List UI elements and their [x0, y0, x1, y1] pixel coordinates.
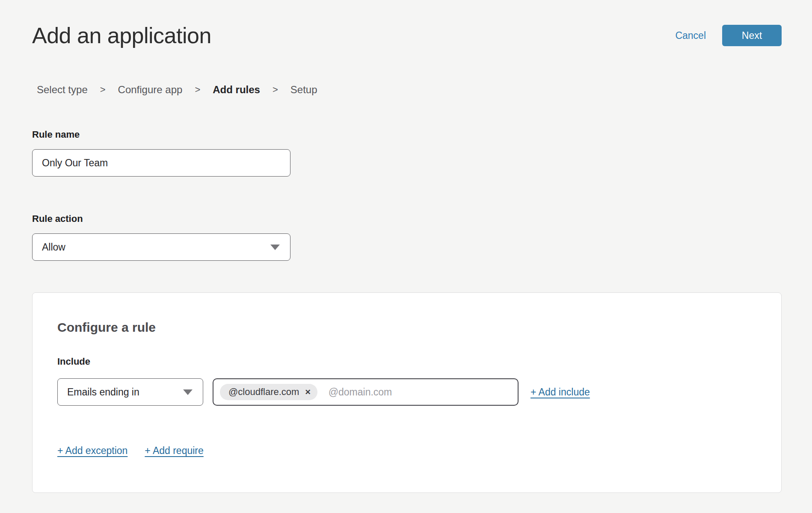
configure-rule-card: Configure a rule Include Emails ending i… — [32, 292, 782, 493]
breadcrumb-separator: > — [100, 84, 106, 95]
rule-action-select[interactable]: Allow — [32, 233, 290, 261]
header-actions: Cancel Next — [675, 25, 782, 46]
rule-name-input[interactable] — [32, 149, 290, 177]
email-domain-tag: @cloudflare.com ✕ — [220, 384, 317, 400]
add-exception-link[interactable]: + Add exception — [57, 445, 127, 457]
include-rule-row: Emails ending in @cloudflare.com ✕ + Add… — [57, 378, 756, 406]
rule-action-field: Rule action Allow — [32, 213, 812, 261]
page-header: Add an application Cancel Next — [0, 0, 812, 49]
next-button[interactable]: Next — [722, 25, 782, 46]
breadcrumb-step-setup[interactable]: Setup — [290, 84, 317, 96]
add-application-page: Add an application Cancel Next Select ty… — [0, 0, 812, 513]
rule-action-selected-value: Allow — [42, 242, 65, 253]
chevron-down-icon — [270, 245, 280, 250]
email-domains-tag-input[interactable]: @cloudflare.com ✕ — [213, 378, 519, 406]
rule-card-heading: Configure a rule — [57, 320, 756, 335]
include-criteria-selected-value: Emails ending in — [67, 386, 139, 398]
domain-entry-input[interactable] — [329, 386, 512, 398]
page-title: Add an application — [32, 22, 211, 49]
email-domain-tag-label: @cloudflare.com — [228, 386, 299, 398]
breadcrumb-separator: > — [273, 84, 278, 95]
breadcrumb: Select type > Configure app > Add rules … — [37, 84, 812, 96]
breadcrumb-step-configure-app[interactable]: Configure app — [118, 84, 183, 96]
cancel-button[interactable]: Cancel — [675, 30, 706, 41]
remove-tag-icon[interactable]: ✕ — [305, 389, 311, 396]
rule-extra-links: + Add exception + Add require — [57, 445, 756, 457]
breadcrumb-step-select-type[interactable]: Select type — [37, 84, 88, 96]
include-label: Include — [57, 356, 756, 367]
rule-action-label: Rule action — [32, 213, 812, 224]
breadcrumb-separator: > — [195, 84, 200, 95]
include-criteria-select[interactable]: Emails ending in — [57, 378, 203, 406]
rule-name-field: Rule name — [32, 129, 812, 177]
add-include-link[interactable]: + Add include — [530, 386, 590, 398]
rule-name-label: Rule name — [32, 129, 812, 140]
breadcrumb-step-add-rules: Add rules — [213, 84, 260, 96]
chevron-down-icon — [183, 389, 193, 395]
add-require-link[interactable]: + Add require — [145, 445, 203, 457]
